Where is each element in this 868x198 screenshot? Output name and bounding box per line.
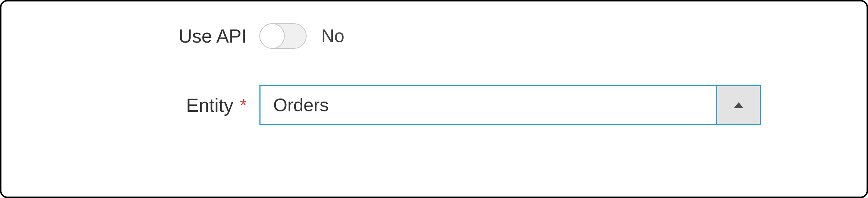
entity-dropdown-button[interactable] — [716, 86, 760, 124]
svg-marker-0 — [734, 102, 743, 108]
use-api-toggle[interactable] — [259, 23, 307, 49]
entity-label-text: Entity — [186, 94, 233, 116]
form-panel: Use API No Entity * Orders — [0, 0, 868, 198]
use-api-label: Use API — [27, 25, 259, 47]
caret-up-icon — [733, 102, 744, 109]
entity-label: Entity * — [27, 94, 259, 116]
toggle-knob-icon — [259, 23, 285, 49]
use-api-control: No — [259, 23, 344, 49]
use-api-label-text: Use API — [178, 25, 247, 47]
use-api-state-label: No — [321, 25, 344, 47]
entity-select[interactable]: Orders — [259, 85, 761, 125]
entity-selected-value: Orders — [261, 86, 716, 124]
use-api-row: Use API No — [27, 23, 841, 49]
required-indicator: * — [240, 96, 247, 114]
entity-row: Entity * Orders — [27, 85, 841, 125]
